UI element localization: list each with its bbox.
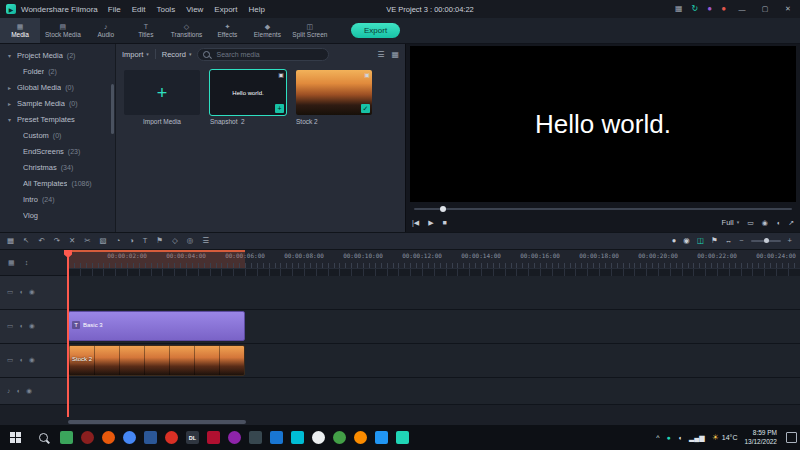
zoom-slider-knob[interactable] [764, 238, 769, 243]
tab-transitions[interactable]: ◇ Transitions [166, 18, 208, 43]
playhead[interactable] [67, 250, 69, 417]
taskbar-app-13[interactable] [308, 425, 329, 450]
undo-icon[interactable]: ↶ [38, 237, 44, 245]
sidebar-item[interactable]: Folder (2) [0, 63, 115, 79]
taskbar-app-15[interactable] [350, 425, 371, 450]
minimize-button[interactable]: — [735, 6, 749, 13]
manage-tracks-icon[interactable]: ▦ [8, 259, 15, 267]
tab-effects[interactable]: ✦ Effects [207, 18, 247, 43]
sidebar-item[interactable]: Custom (0) [0, 127, 115, 143]
weather-widget[interactable]: ☀ 14°C [712, 433, 738, 442]
taskbar-app-3[interactable] [98, 425, 119, 450]
import-button[interactable]: Import ▾ [122, 50, 149, 59]
delete-icon[interactable]: ✕ [69, 237, 75, 245]
sidebar-item[interactable]: Christmas (34) [0, 159, 115, 175]
sidebar-item[interactable]: ▾ Project Media (2) [0, 47, 115, 63]
tray-network-icon[interactable]: ▂▄▆ [689, 434, 705, 441]
add-text-icon[interactable]: T [143, 237, 148, 245]
record-button[interactable]: Record ▾ [162, 50, 192, 59]
voiceover-mic-icon[interactable]: ● [672, 237, 677, 245]
zoom-fit-icon[interactable]: ↔ [725, 237, 733, 245]
grid-view-icon[interactable]: ▦ [391, 50, 399, 59]
taskbar-app-14[interactable] [329, 425, 350, 450]
tab-media[interactable]: ▦ Media [0, 18, 40, 43]
taskbar-app-2[interactable] [77, 425, 98, 450]
auto-ripple-icon[interactable]: ◫ [697, 237, 704, 245]
layout-switch-icon[interactable]: ▦ [675, 5, 683, 13]
sidebar-item[interactable]: ▸ Global Media (0) [0, 79, 115, 95]
marker-icon[interactable]: ⚑ [156, 237, 163, 245]
menu-item[interactable]: Help [248, 5, 264, 14]
mute-track-icon[interactable]: ◖ [19, 323, 23, 330]
taskbar-clock[interactable]: 8:59 PM 13/12/2022 [744, 429, 777, 445]
export-button[interactable]: Export [351, 23, 400, 38]
maximize-button[interactable]: ▢ [758, 5, 772, 13]
snapshot-tile[interactable]: Hello world. ▣ + Snapshot_2 [210, 70, 286, 125]
mute-track-icon[interactable]: ◖ [19, 289, 23, 296]
taskbar-app-1[interactable] [56, 425, 77, 450]
timeline-scrollbar-thumb[interactable] [68, 420, 246, 424]
sidebar-item[interactable]: All Templates (1086) [0, 175, 115, 191]
sidebar-item[interactable]: EndScreens (23) [0, 143, 115, 159]
taskbar-app-chrome[interactable] [119, 425, 140, 450]
taskbar-app-5[interactable] [140, 425, 161, 450]
taskbar-app-8[interactable] [203, 425, 224, 450]
color-correction-icon[interactable]: ◑ [129, 237, 134, 245]
tab-audio[interactable]: ♪ Audio [86, 18, 126, 43]
filter-icon[interactable]: ☰ [377, 50, 384, 59]
stock-video-tile[interactable]: ▣ ✓ Stock 2 [296, 70, 372, 125]
sidebar-item[interactable]: ▸ Sample Media (0) [0, 95, 115, 111]
notification-center-icon[interactable] [786, 432, 797, 443]
track-lane[interactable] [68, 378, 800, 404]
previous-frame-icon[interactable]: |◀ [412, 219, 419, 226]
tray-teal-app-icon[interactable]: ● [666, 434, 670, 441]
media-browser-icon[interactable]: ▦ [7, 237, 14, 245]
fullscreen-icon[interactable]: ↗ [788, 219, 794, 226]
taskbar-app-12[interactable] [287, 425, 308, 450]
tab-stock-media[interactable]: ▤ Stock Media [40, 18, 86, 43]
motion-track-icon[interactable]: ◎ [187, 237, 194, 245]
search-input[interactable] [214, 50, 323, 59]
video-clip[interactable]: Stock 2 [68, 345, 245, 376]
tray-volume-icon[interactable]: ◖ [678, 434, 682, 441]
hide-track-icon[interactable]: ◉ [29, 323, 35, 330]
track-lane[interactable]: TBasic 3 [68, 310, 800, 343]
sync-icon[interactable]: ↻ [692, 5, 699, 13]
import-media-tile[interactable]: + Import Media [124, 70, 200, 125]
title-clip[interactable]: TBasic 3 [68, 311, 245, 341]
sidebar-item[interactable]: ▾ Preset Templates [0, 111, 115, 127]
speed-icon[interactable]: ◔ [116, 237, 121, 245]
menu-item[interactable]: View [186, 5, 203, 14]
audio-mixer-icon[interactable]: ☰ [202, 237, 209, 245]
crop-icon[interactable]: ▧ [100, 237, 107, 245]
play-icon[interactable]: ▶ [428, 219, 433, 226]
taskbar-app-10[interactable] [245, 425, 266, 450]
seek-bar[interactable] [414, 208, 792, 210]
tab-elements[interactable]: ◆ Elements [247, 18, 287, 43]
notifications-icon[interactable]: ● [721, 5, 726, 13]
volume-icon[interactable]: ◖ [776, 219, 780, 226]
menu-item[interactable]: Edit [132, 5, 146, 14]
taskbar-app-9[interactable] [224, 425, 245, 450]
media-search-box[interactable] [197, 48, 329, 61]
zoom-out-icon[interactable]: − [739, 237, 743, 245]
stop-icon[interactable]: ■ [443, 219, 447, 226]
menu-item[interactable]: File [108, 5, 121, 14]
track-lane[interactable]: Stock 2 [68, 344, 800, 377]
zoom-in-icon[interactable]: + [788, 237, 792, 245]
track-lane[interactable] [68, 276, 800, 309]
adjust-track-height-icon[interactable]: ↕ [25, 259, 29, 266]
add-to-timeline-icon[interactable]: + [275, 104, 284, 113]
avatar[interactable]: ● [707, 5, 712, 13]
quality-dropdown[interactable]: Full ▾ [722, 218, 740, 227]
taskbar-app-filmora[interactable] [392, 425, 413, 450]
split-icon[interactable]: ✂ [84, 237, 90, 245]
close-button[interactable]: ✕ [781, 5, 795, 13]
taskbar-app-6[interactable] [161, 425, 182, 450]
mute-track-icon[interactable]: ◖ [16, 388, 20, 395]
sidebar-item[interactable]: Intro (24) [0, 191, 115, 207]
taskbar-app-11[interactable] [266, 425, 287, 450]
sidebar-scrollbar[interactable] [111, 84, 114, 134]
timeline-scrollbar[interactable] [68, 420, 790, 424]
taskbar-app-7[interactable]: DL [182, 425, 203, 450]
